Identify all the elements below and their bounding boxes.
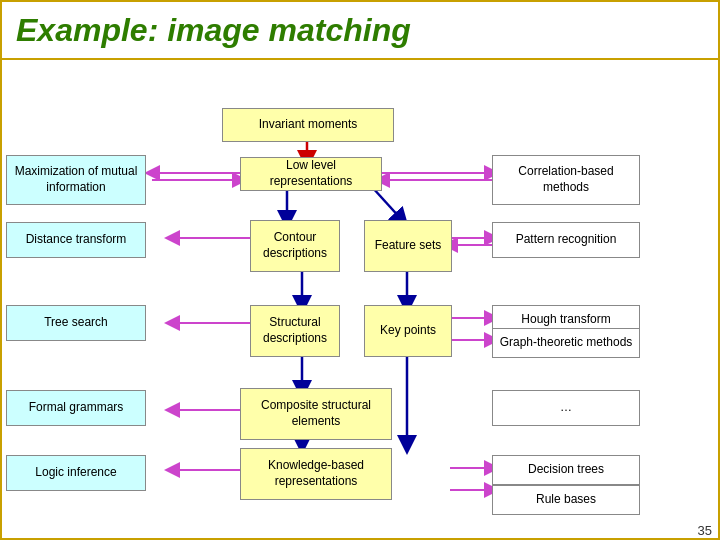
rule-bases-box: Rule bases [492, 485, 640, 515]
slide: Example: image matching [0, 0, 720, 540]
contour-box: Contour descriptions [250, 220, 340, 272]
pattern-recognition-box: Pattern recognition [492, 222, 640, 258]
slide-number: 35 [698, 523, 712, 538]
svg-line-2 [372, 187, 402, 220]
slide-title: Example: image matching [2, 2, 718, 60]
key-points-box: Key points [364, 305, 452, 357]
formal-grammars-box: Formal grammars [6, 390, 146, 426]
logic-inference-box: Logic inference [6, 455, 146, 491]
ellipsis-box: … [492, 390, 640, 426]
decision-trees-box: Decision trees [492, 455, 640, 485]
low-level-box: Low level representations [240, 157, 382, 191]
correlation-box: Correlation-based methods [492, 155, 640, 205]
invariant-moments-box: Invariant moments [222, 108, 394, 142]
distance-transform-box: Distance transform [6, 222, 146, 258]
tree-search-box: Tree search [6, 305, 146, 341]
knowledge-box: Knowledge-based representations [240, 448, 392, 500]
slide-content: Invariant moments Low level representati… [2, 60, 720, 540]
composite-box: Composite structural elements [240, 388, 392, 440]
maximization-box: Maximization of mutual information [6, 155, 146, 205]
feature-sets-box: Feature sets [364, 220, 452, 272]
structural-box: Structural descriptions [250, 305, 340, 357]
graph-box: Graph-theoretic methods [492, 328, 640, 358]
